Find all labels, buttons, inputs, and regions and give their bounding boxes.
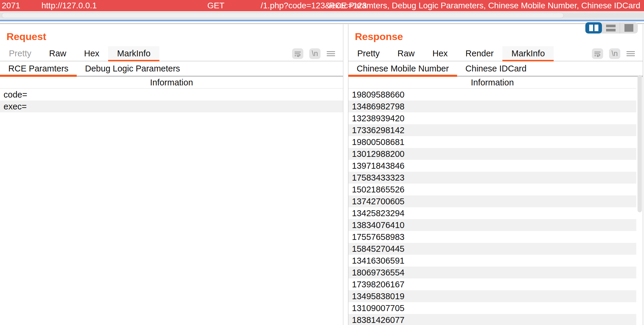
table-row[interactable]: 18069736554 <box>348 267 636 278</box>
horizontal-scrollbar-thumb[interactable] <box>2 13 564 18</box>
horizontal-scrollbar-track[interactable] <box>0 12 644 19</box>
wrap-lines-icon <box>594 50 601 58</box>
request-tab-raw[interactable]: Raw <box>40 46 75 61</box>
response-title: Response <box>348 24 643 46</box>
table-row[interactable]: exec= <box>0 101 343 112</box>
newline-toggle-button[interactable]: \n <box>309 48 321 59</box>
logger-cell-host: http://127.0.0.1 <box>41 0 97 11</box>
response-markinfo-subtabs: Chinese Mobile Number Chinese IDCard <box>348 61 643 77</box>
request-info-table: code= exec= <box>0 89 343 325</box>
table-row[interactable]: 13742700605 <box>348 195 636 207</box>
panel-gap <box>343 24 348 325</box>
table-row[interactable]: 15845270445 <box>348 243 636 255</box>
request-title: Request <box>0 24 343 46</box>
menu-icon <box>326 50 335 58</box>
response-editor-tabs: Pretty Raw Hex Render MarkInfo \n <box>348 46 643 61</box>
response-tab-render[interactable]: Render <box>456 46 502 61</box>
newline-toggle-button[interactable]: \n <box>609 48 620 59</box>
subtab-rce-paramters[interactable]: RCE Paramters <box>0 61 77 76</box>
request-panel: Request Pretty Raw Hex MarkInfo \n <box>0 24 343 325</box>
request-tab-markinfo[interactable]: MarkInfo <box>108 46 159 61</box>
logger-selected-row[interactable]: 2071 http://127.0.0.1 GET /1.php?code=12… <box>0 0 644 11</box>
subtab-debug-logic-parameters[interactable]: Debug Logic Parameters <box>77 61 188 76</box>
request-info-column-header: Information <box>0 77 343 89</box>
table-row[interactable]: 15021865526 <box>348 184 636 195</box>
logger-cell-method: GET <box>207 0 225 11</box>
table-row[interactable]: 13012988200 <box>348 148 636 160</box>
subtab-chinese-idcard[interactable]: Chinese IDCard <box>457 61 535 76</box>
request-markinfo-subtabs: RCE Paramters Debug Logic Parameters <box>0 61 343 77</box>
subtab-chinese-mobile-number[interactable]: Chinese Mobile Number <box>348 61 457 76</box>
menu-icon <box>626 50 635 58</box>
newline-icon: \n <box>612 49 618 58</box>
wrap-lines-button[interactable] <box>592 48 603 59</box>
request-editor-tabs: Pretty Raw Hex MarkInfo \n <box>0 46 343 61</box>
response-tab-raw[interactable]: Raw <box>389 46 424 61</box>
logger-cell-tags: RCE Paramters, Debug Logic Parameters, C… <box>329 0 640 11</box>
table-row[interactable]: 19809588660 <box>348 89 636 101</box>
response-tab-actions: \n <box>592 46 643 61</box>
request-tab-hex[interactable]: Hex <box>75 46 108 61</box>
table-row[interactable]: 13416306591 <box>348 255 636 267</box>
table-row[interactable]: 17336298142 <box>348 124 636 136</box>
editor-menu-button[interactable] <box>326 50 335 58</box>
request-tab-actions: \n <box>292 46 343 61</box>
response-info-column-header: Information <box>348 77 636 89</box>
newline-icon: \n <box>312 49 318 58</box>
logger-cell-id: 2071 <box>2 0 20 11</box>
table-row[interactable]: 18381426077 <box>348 314 636 325</box>
split-pane-divider[interactable] <box>0 20 644 21</box>
response-tab-pretty[interactable]: Pretty <box>348 46 389 61</box>
divider-line <box>0 23 644 24</box>
vertical-scrollbar-thumb[interactable] <box>637 75 642 212</box>
table-row[interactable]: 13971843846 <box>348 160 636 172</box>
table-row[interactable]: 13109007705 <box>348 302 636 314</box>
table-row[interactable]: 13495838019 <box>348 290 636 302</box>
table-row[interactable]: 19800508681 <box>348 136 636 148</box>
table-row[interactable]: code= <box>0 89 343 101</box>
response-tab-hex[interactable]: Hex <box>424 46 457 61</box>
table-row[interactable]: 13425823294 <box>348 207 636 219</box>
response-tab-markinfo[interactable]: MarkInfo <box>502 46 554 61</box>
response-panel: Response Pretty Raw Hex Render MarkInfo … <box>348 24 643 325</box>
wrap-lines-icon <box>294 50 302 58</box>
request-tab-pretty[interactable]: Pretty <box>0 46 40 61</box>
table-row[interactable]: 13238939420 <box>348 112 636 124</box>
table-row[interactable]: 13486982798 <box>348 101 636 112</box>
wrap-lines-button[interactable] <box>292 48 303 59</box>
table-row[interactable]: 17583433323 <box>348 172 636 184</box>
editor-menu-button[interactable] <box>626 50 635 58</box>
table-row[interactable]: 17398206167 <box>348 278 636 290</box>
table-row[interactable]: 13834076410 <box>348 219 636 231</box>
response-info-table: 19809588660 13486982798 13238939420 1733… <box>348 89 636 325</box>
message-editor-split: Request Pretty Raw Hex MarkInfo \n <box>0 24 644 325</box>
table-row[interactable]: 17557658983 <box>348 231 636 243</box>
